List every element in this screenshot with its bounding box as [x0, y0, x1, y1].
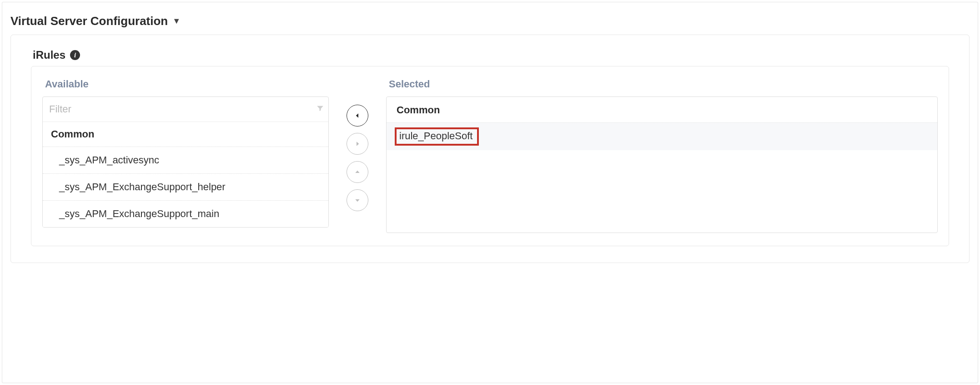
move-up-button[interactable] [347, 161, 368, 183]
move-right-button[interactable] [347, 133, 368, 155]
selected-column: Selected Common irule_PeopleSoft [386, 76, 938, 233]
dual-list: Available Common _sys_APM_activesync _sy… [31, 66, 949, 246]
available-label: Available [45, 78, 329, 90]
move-left-button[interactable] [347, 105, 368, 127]
config-panel: Virtual Server Configuration ▼ iRules i … [2, 2, 978, 383]
available-group-header: Common [43, 122, 328, 147]
filter-input[interactable] [43, 97, 312, 122]
section-title: Virtual Server Configuration [10, 14, 168, 28]
selected-label: Selected [389, 78, 938, 90]
selected-group-header: Common [387, 97, 937, 122]
filter-row [43, 97, 328, 122]
selected-item-label: irule_PeopleSoft [399, 130, 472, 142]
info-icon[interactable]: i [70, 50, 80, 60]
available-listbox: Common _sys_APM_activesync _sys_APM_Exch… [42, 96, 329, 228]
selected-listbox: Common irule_PeopleSoft [386, 96, 938, 233]
available-item[interactable]: _sys_APM_ExchangeSupport_main [43, 200, 328, 227]
move-down-button[interactable] [347, 189, 368, 211]
available-item[interactable]: _sys_APM_ExchangeSupport_helper [43, 173, 328, 200]
mover-controls [338, 76, 377, 233]
caret-down-icon: ▼ [172, 16, 181, 26]
section-toggle[interactable]: Virtual Server Configuration ▼ [10, 14, 970, 28]
selected-item[interactable]: irule_PeopleSoft [387, 122, 937, 150]
filter-icon[interactable] [312, 104, 328, 115]
irules-heading: iRules i [33, 49, 949, 61]
section-body: iRules i Available Common _sys_APM_activ… [10, 35, 970, 263]
irules-label: iRules [33, 49, 65, 61]
available-column: Available Common _sys_APM_activesync _sy… [42, 76, 329, 233]
available-item[interactable]: _sys_APM_activesync [43, 147, 328, 173]
selected-item-highlight: irule_PeopleSoft [395, 127, 479, 146]
